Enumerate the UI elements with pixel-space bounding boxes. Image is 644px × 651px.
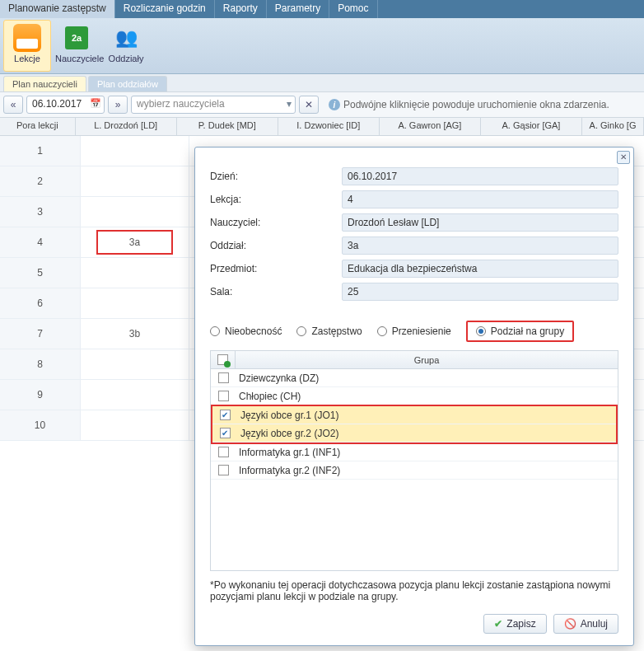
teacher-column-header: I. Dzwoniec [ID]	[278, 118, 380, 135]
radio-option[interactable]: Zastępstwo	[296, 326, 362, 337]
lesson-time-header: Pora lekcji	[0, 118, 76, 135]
clear-teacher-button[interactable]: ✕	[299, 96, 319, 114]
teacher-combo[interactable]: wybierz nauczyciela	[131, 96, 296, 114]
form-label: Oddział:	[210, 240, 342, 251]
save-button[interactable]: ✔ Zapisz	[483, 614, 546, 634]
date-field[interactable]: 06.10.2017	[26, 96, 105, 114]
teacher-column-header: L. Drozdoń [LD]	[76, 118, 177, 135]
person-icon: 👥	[114, 26, 138, 49]
checkbox[interactable]	[218, 372, 229, 383]
form-area: Dzień:06.10.2017Lekcja:4Nauczyciel:Drozd…	[195, 148, 633, 312]
top-tab[interactable]: Raporty	[215, 0, 267, 18]
modal-buttons: ✔ Zapisz 🚫 Anuluj	[195, 606, 633, 645]
lesson-number-cell: 2	[0, 166, 81, 196]
group-row[interactable]: ✔Języki obce gr.1 (JO1)	[212, 406, 616, 424]
teacher-column-header: A. Gawron [AG]	[380, 118, 481, 135]
toolbar: « 06.10.2017 » wybierz nauczyciela ✕ i P…	[0, 92, 644, 118]
checkbox[interactable]: ✔	[220, 428, 231, 438]
group-name: Informatyka gr.2 (INF2)	[236, 465, 618, 476]
teacher-column-header: P. Dudek [MD]	[177, 118, 278, 135]
form-value: 06.10.2017	[342, 167, 618, 185]
cancel-button[interactable]: 🚫 Anuluj	[553, 614, 618, 634]
save-label: Zapisz	[506, 618, 535, 630]
top-tab[interactable]: Planowanie zastępstw	[0, 0, 115, 18]
top-tab[interactable]: Parametry	[267, 0, 329, 18]
group-row[interactable]: Chłopiec (CH)	[211, 387, 618, 405]
info-icon: i	[329, 99, 340, 110]
group-table-header: Grupa	[211, 351, 618, 369]
form-label: Lekcja:	[210, 194, 342, 205]
group-name: Dziewczynka (DZ)	[236, 372, 618, 384]
schedule-cell[interactable]	[81, 380, 189, 410]
schedule-cell[interactable]	[81, 197, 189, 227]
ribbon-button[interactable]: Lekcje	[3, 20, 51, 72]
checkbox[interactable]	[218, 391, 229, 401]
schedule-cell[interactable]	[81, 136, 189, 166]
form-value: 25	[342, 283, 618, 301]
form-label: Sala:	[210, 286, 342, 297]
schedule-cell[interactable]: 3b	[81, 319, 189, 349]
ribbon-label: Lekcje	[6, 54, 49, 63]
form-row: Oddział:3a	[210, 237, 618, 255]
group-table: Grupa Dziewczynka (DZ)Chłopiec (CH)✔Języ…	[210, 350, 618, 571]
radio-option[interactable]: Przeniesienie	[377, 326, 451, 337]
top-tabstrip: Planowanie zastępstwRozliczanie godzinRa…	[0, 0, 644, 18]
selected-lesson[interactable]: 3a	[96, 230, 173, 255]
lesson-number-cell: 10	[0, 410, 81, 440]
plan-tab[interactable]: Plan nauczycieli	[3, 76, 86, 91]
plan-tab[interactable]: Plan oddziałów	[88, 76, 167, 91]
group-name: Języki obce gr.2 (JO2)	[237, 428, 616, 439]
check-icon: ✔	[494, 618, 502, 630]
schedule-cell[interactable]	[81, 410, 189, 440]
class-icon: 2a	[65, 26, 88, 49]
ribbon-label: Oddziały	[105, 54, 147, 63]
radio-icon	[210, 326, 220, 336]
ribbon-label: Nauczyciele	[55, 54, 98, 63]
radio-icon	[476, 326, 486, 336]
form-value: 3a	[342, 237, 618, 255]
group-row[interactable]: Informatyka gr.2 (INF2)	[211, 461, 618, 480]
radio-label: Nieobecność	[225, 326, 282, 337]
checkbox[interactable]	[218, 447, 229, 457]
info-hint: i Podwójne kliknięcie powoduje uruchomie…	[329, 99, 609, 110]
prev-button[interactable]: «	[3, 96, 23, 114]
lesson-number-cell: 8	[0, 349, 81, 379]
note-text: *Po wykonaniu tej operacji dotychczasowa…	[195, 571, 633, 606]
schedule-cell[interactable]	[81, 288, 189, 318]
radio-icon	[377, 326, 387, 336]
group-row[interactable]: Informatyka gr.1 (INF1)	[211, 443, 618, 461]
group-row[interactable]: Dziewczynka (DZ)	[211, 369, 618, 387]
check-all-icon[interactable]	[211, 351, 236, 368]
radio-option[interactable]: Nieobecność	[210, 326, 282, 337]
calendar-icon	[13, 24, 41, 52]
ribbon-button[interactable]: 2aNauczyciele	[53, 20, 100, 72]
schedule-cell[interactable]: 3a	[81, 227, 189, 257]
group-name: Chłopiec (CH)	[236, 391, 618, 402]
group-row[interactable]: ✔Języki obce gr.2 (JO2)	[212, 424, 616, 443]
plan-tabstrip: Plan nauczycieliPlan oddziałów	[0, 74, 644, 92]
schedule-cell[interactable]	[81, 166, 189, 196]
selected-groups-frame: ✔Języki obce gr.1 (JO1)✔Języki obce gr.2…	[211, 405, 618, 444]
checkbox[interactable]	[218, 465, 229, 475]
schedule-cell[interactable]	[81, 258, 189, 288]
form-row: Nauczyciel:Drozdoń Lesław [LD]	[210, 213, 618, 232]
top-tab[interactable]: Rozliczanie godzin	[115, 0, 215, 18]
form-label: Dzień:	[210, 171, 342, 182]
form-row: Sala:25	[210, 283, 618, 301]
schedule-cell[interactable]	[81, 349, 189, 379]
form-label: Przedmiot:	[210, 263, 342, 274]
checkbox[interactable]: ✔	[220, 410, 231, 420]
form-label: Nauczyciel:	[210, 217, 342, 228]
top-tab[interactable]: Pomoc	[329, 0, 377, 18]
radio-label: Przeniesienie	[392, 326, 451, 337]
form-row: Dzień:06.10.2017	[210, 167, 618, 185]
next-button[interactable]: »	[108, 96, 128, 114]
radio-row: NieobecnośćZastępstwoPrzeniesieniePodzia…	[195, 312, 633, 350]
radio-option[interactable]: Podział na grupy	[466, 321, 574, 342]
teacher-column-header: A. Gąsior [GA]	[481, 118, 582, 135]
form-value: Drozdoń Lesław [LD]	[342, 213, 618, 232]
ribbon-button[interactable]: 👥Oddziały	[102, 20, 150, 72]
lesson-number-cell: 4	[0, 227, 81, 257]
group-table-body: Dziewczynka (DZ)Chłopiec (CH)✔Języki obc…	[211, 369, 618, 570]
close-button[interactable]: ✕	[617, 151, 630, 164]
